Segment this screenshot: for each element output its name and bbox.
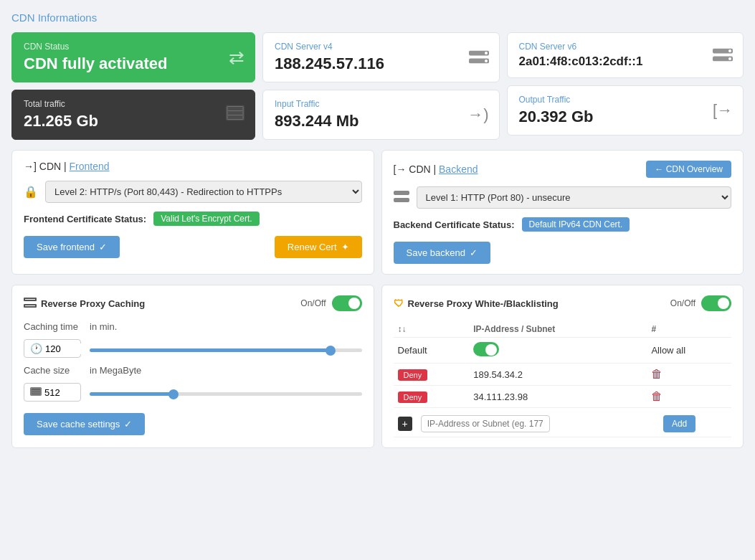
- default-toggle[interactable]: [473, 342, 499, 356]
- total-traffic-icon: [226, 104, 244, 126]
- cdn-overview-button[interactable]: ← CDN Overview: [646, 161, 731, 178]
- cdn-v4-value: 188.245.57.116: [275, 54, 488, 73]
- cache-size-input-box: [24, 383, 81, 402]
- input-traffic-value: 893.244 Mb: [275, 112, 488, 130]
- add-entry-row: + Add: [394, 411, 732, 437]
- backend-select-row: Level 1: HTTP (Port 80) - unsecure: [394, 186, 732, 209]
- frontend-panel-title: →] CDN | Frontend: [24, 161, 110, 172]
- cdn-v6-label: CDN Server v6: [519, 42, 732, 52]
- table-row: Deny 34.111.23.98 🗑: [394, 386, 732, 408]
- bottom-row: Reverse Proxy Caching On/Off Caching tim…: [11, 285, 744, 448]
- delete-entry-button[interactable]: 🗑: [651, 368, 663, 380]
- caching-title: Reverse Proxy Caching: [24, 298, 145, 310]
- caching-time-slider-container: [90, 343, 362, 354]
- backend-cert-badge: Default IPv64 CDN Cert.: [522, 217, 630, 232]
- backend-panel: [→ CDN | Backend ← CDN Overview Level 1:…: [381, 150, 744, 275]
- caching-time-unit: in min.: [90, 321, 117, 332]
- blacklisting-title: 🛡 Reverse Proxy White-/Blacklisting: [394, 298, 559, 309]
- svg-rect-18: [30, 387, 42, 396]
- col-hash-header: #: [647, 321, 731, 338]
- caching-time-input-row: 🕐: [24, 339, 362, 358]
- input-traffic-icon: →): [467, 105, 488, 124]
- svg-rect-12: [394, 191, 409, 195]
- caching-time-label: Caching time: [24, 321, 81, 332]
- deny-badge: Deny: [398, 369, 428, 381]
- backend-action-row: Save backend ✓: [394, 242, 732, 264]
- blacklisting-panel: 🛡 Reverse Proxy White-/Blacklisting On/O…: [381, 285, 744, 448]
- clock-icon: 🕐: [30, 343, 42, 354]
- renew-cert-button[interactable]: Renew Cert ✦: [275, 236, 362, 258]
- caching-section-header: Reverse Proxy Caching On/Off: [24, 295, 362, 311]
- backend-panel-title: [→ CDN | Backend: [394, 163, 478, 175]
- cdn-status-label: CDN Status: [24, 42, 243, 52]
- frontend-panel: →] CDN | Frontend 🔒 Level 2: HTTP/s (Por…: [11, 150, 374, 275]
- caching-toggle[interactable]: [332, 295, 362, 311]
- cdn-v6-icon: [713, 44, 733, 67]
- frontend-cert-badge: Valid Let's Encrypt Cert.: [153, 212, 259, 226]
- save-frontend-button[interactable]: Save frontend ✓: [24, 236, 120, 258]
- col-sort-header: ↕↓: [394, 321, 470, 338]
- output-traffic-card: Output Traffic 20.392 Gb [→: [507, 85, 744, 136]
- total-traffic-label: Total traffic: [24, 99, 243, 109]
- cache-size-slider[interactable]: [90, 392, 362, 396]
- output-traffic-value: 20.392 Gb: [519, 108, 732, 126]
- save-backend-button[interactable]: Save backend ✓: [394, 242, 490, 264]
- total-traffic-card: Total traffic 21.265 Gb: [11, 90, 255, 140]
- input-traffic-label: Input Traffic: [275, 99, 488, 109]
- backend-protocol-select[interactable]: Level 1: HTTP (Port 80) - unsecure: [417, 186, 732, 209]
- ip-address: 34.111.23.98: [469, 386, 647, 408]
- blacklisting-table: ↕↓ IP-Address / Subnet # Default Allow a…: [394, 321, 732, 408]
- third-col: CDN Server v6 2a01:4f8:c013:2cdf::1 Outp…: [507, 32, 744, 140]
- cdn-status-value: CDN fully activated: [24, 54, 243, 73]
- svg-rect-13: [394, 198, 409, 202]
- ip-input[interactable]: [421, 415, 550, 432]
- output-traffic-label: Output Traffic: [519, 95, 732, 105]
- svg-point-6: [485, 52, 488, 54]
- cdn-v4-label: CDN Server v4: [275, 42, 488, 52]
- hdd-icon: [30, 386, 42, 398]
- cdn-status-card: CDN Status CDN fully activated ⇄: [11, 32, 255, 82]
- add-entry-table-row: + Add: [394, 411, 732, 437]
- cdn-v6-value: 2a01:4f8:c013:2cdf::1: [519, 54, 732, 69]
- caching-time-input-box: 🕐: [24, 339, 81, 358]
- input-traffic-card: Input Traffic 893.244 Mb →): [262, 90, 500, 140]
- caching-icon: [24, 298, 37, 310]
- frontend-action-row: Save frontend ✓ Renew Cert ✦: [24, 236, 362, 258]
- frontend-protocol-select[interactable]: Level 2: HTTP/s (Port 80,443) - Redirect…: [45, 181, 362, 203]
- cache-size-row: Cache size in MegaByte: [24, 365, 362, 376]
- add-entry-button[interactable]: Add: [663, 415, 695, 432]
- blacklisting-toggle[interactable]: [701, 295, 731, 311]
- caching-time-input[interactable]: [45, 343, 81, 354]
- frontend-title-link[interactable]: Frontend: [70, 161, 110, 172]
- svg-point-10: [728, 49, 731, 52]
- backend-cert-status-row: Backend Certificate Status: Default IPv6…: [394, 217, 732, 232]
- blacklisting-on-off-label: On/Off: [670, 298, 695, 308]
- default-action: Allow all: [647, 338, 731, 364]
- caching-time-row: Caching time in min.: [24, 321, 362, 332]
- save-cache-button[interactable]: Save cache settings ✓: [24, 413, 145, 435]
- lock-icon: 🔒: [24, 185, 38, 199]
- backend-title-link[interactable]: Backend: [439, 163, 478, 175]
- table-row: Deny 189.54.34.2 🗑: [394, 364, 732, 386]
- page-title: CDN Informations: [11, 11, 744, 24]
- caching-on-off-label: On/Off: [300, 298, 326, 308]
- cache-size-label: Cache size: [24, 365, 81, 376]
- caching-toggle-row: On/Off: [300, 295, 361, 311]
- blacklisting-toggle-row: On/Off: [670, 295, 731, 311]
- deny-badge: Deny: [398, 391, 428, 403]
- add-plus-button[interactable]: +: [398, 417, 412, 431]
- backend-cert-label: Backend Certificate Status:: [394, 219, 515, 230]
- cache-size-input[interactable]: [44, 387, 80, 398]
- cdn-v6-card: CDN Server v6 2a01:4f8:c013:2cdf::1: [507, 32, 744, 78]
- output-traffic-icon: [→: [713, 101, 733, 120]
- frontend-panel-header: →] CDN | Frontend: [24, 161, 362, 172]
- svg-point-11: [728, 57, 731, 60]
- shield-icon: 🛡: [394, 298, 404, 309]
- cdn-v4-card: CDN Server v4 188.245.57.116: [262, 32, 500, 82]
- cdn-status-icon: ⇄: [229, 47, 244, 69]
- middle-row: →] CDN | Frontend 🔒 Level 2: HTTP/s (Por…: [11, 150, 744, 275]
- first-col: CDN Status CDN fully activated ⇄ Total t…: [11, 32, 255, 140]
- caching-time-slider[interactable]: [90, 348, 362, 352]
- delete-entry-button[interactable]: 🗑: [651, 390, 663, 402]
- frontend-select-row: 🔒 Level 2: HTTP/s (Port 80,443) - Redire…: [24, 181, 362, 203]
